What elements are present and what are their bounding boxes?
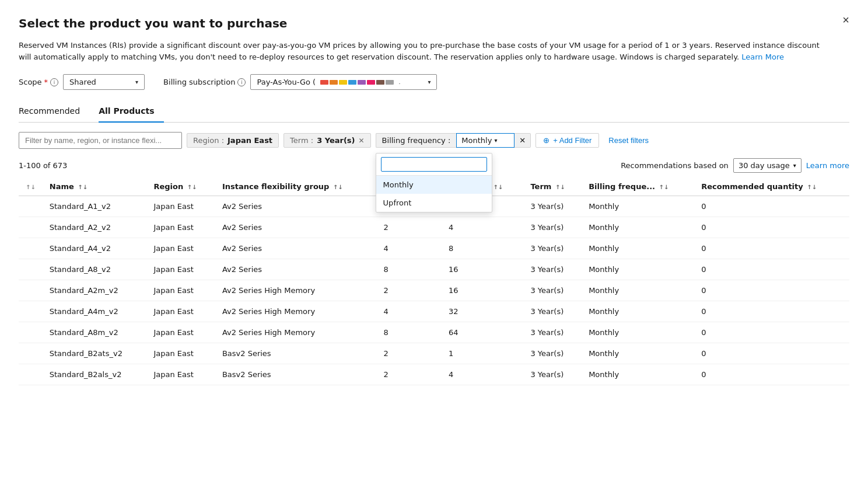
scope-required: * [44,78,48,86]
row-vcpus: 8 [376,259,442,280]
scope-select[interactable]: Shared ▾ [63,74,145,90]
row-checkbox-cell [19,280,43,301]
billing-subscription-select[interactable]: Pay-As-You-Go ( . ▾ [250,74,437,90]
table-row[interactable]: Standard_A4_v2 Japan East Av2 Series 4 8… [19,238,849,259]
tab-recommended[interactable]: Recommended [19,102,89,123]
rec-qty-sort-icon: ↑↓ [807,184,817,190]
billing-freq-filter-wrapper: Billing frequency : Monthly ▾ ✕ Monthly … [376,133,531,148]
row-term: 3 Year(s) [523,238,582,259]
table-row[interactable]: Standard_A4m_v2 Japan East Av2 Series Hi… [19,301,849,322]
billing-sub-label: Billing subscription i [163,78,246,86]
row-name: Standard_A4_v2 [43,238,147,259]
term-filter-tag[interactable]: Term : 3 Year(s) ✕ [284,133,371,148]
table-row[interactable]: Standard_A8m_v2 Japan East Av2 Series Hi… [19,322,849,343]
row-instance-flex: Av2 Series High Memory [215,322,376,343]
row-billing-freq: Monthly [582,238,694,259]
learn-more-link[interactable]: Learn more [806,161,849,170]
row-rec-qty: 0 [694,322,849,343]
row-billing-freq: Monthly [582,343,694,364]
row-checkbox-cell [19,301,43,322]
table-row[interactable]: Standard_A8_v2 Japan East Av2 Series 8 1… [19,259,849,280]
usage-value: 30 day usage [738,161,790,170]
add-filter-label: + Add Filter [553,136,592,145]
th-instance-flex[interactable]: Instance flexibility group ↑↓ [215,177,376,196]
usage-select[interactable]: 30 day usage ▾ [733,158,802,173]
add-filter-button[interactable]: ⊕ + Add Filter [536,133,599,148]
billing-sub-info-icon[interactable]: i [237,78,246,86]
th-term[interactable]: Term ↑↓ [523,177,582,196]
row-rec-qty: 0 [694,301,849,322]
row-term: 3 Year(s) [523,301,582,322]
scope-info-icon[interactable]: i [50,78,58,86]
recommendations-info: Recommendations based on 30 day usage ▾ … [621,158,849,173]
row-checkbox-cell [19,364,43,385]
dialog-title: Select the product you want to purchase [19,16,849,30]
billing-freq-filter-label-btn[interactable]: Billing frequency : [376,133,457,148]
row-region: Japan East [146,259,215,280]
billing-freq-value: Monthly [461,136,492,145]
row-checkbox-cell [19,343,43,364]
region-filter-tag[interactable]: Region : Japan East [187,133,279,148]
row-ram: 16 [442,280,524,301]
row-rec-qty: 0 [694,217,849,238]
billing-freq-close-icon: ✕ [519,136,526,145]
row-billing-freq: Monthly [582,196,694,217]
term-filter-close-icon[interactable]: ✕ [359,137,365,145]
color-block-8 [386,80,394,85]
th-billing-freq[interactable]: Billing freque... ↑↓ [582,177,694,196]
close-button[interactable]: × [838,12,854,28]
row-checkbox-cell [19,217,43,238]
filters-row: Region : Japan East Term : 3 Year(s) ✕ B… [19,132,849,149]
purchase-dialog: × Select the product you want to purchas… [0,0,868,397]
color-block-4 [348,80,356,85]
row-instance-flex: Av2 Series High Memory [215,280,376,301]
row-ram: 32 [442,301,524,322]
th-name[interactable]: Name ↑↓ [43,177,147,196]
table-row[interactable]: Standard_B2ats_v2 Japan East Basv2 Serie… [19,343,849,364]
sort-arrows[interactable]: ↑↓ [26,184,36,190]
row-region: Japan East [146,238,215,259]
billing-freq-chevron-icon: ▾ [494,137,497,144]
table-row[interactable]: Standard_A2m_v2 Japan East Av2 Series Hi… [19,280,849,301]
learn-more-link-desc[interactable]: Learn More [741,53,784,61]
dropdown-search-input[interactable] [381,157,487,172]
row-instance-flex: Basv2 Series [215,364,376,385]
row-instance-flex: Av2 Series High Memory [215,301,376,322]
row-checkbox-cell [19,322,43,343]
row-region: Japan East [146,217,215,238]
tab-all-products[interactable]: All Products [99,102,163,123]
th-region[interactable]: Region ↑↓ [146,177,215,196]
filter-search-input[interactable] [19,132,182,149]
billing-freq-sort-icon: ↑↓ [659,184,669,190]
row-billing-freq: Monthly [582,364,694,385]
term-sort-icon: ↑↓ [555,184,565,190]
billing-subscription-control: Billing subscription i Pay-As-You-Go ( .… [163,74,437,90]
row-term: 3 Year(s) [523,259,582,280]
dropdown-option-upfront[interactable]: Upfront [376,194,492,212]
color-block-6 [367,80,375,85]
color-block-1 [320,80,328,85]
dropdown-option-monthly[interactable]: Monthly [376,176,492,194]
table-row[interactable]: Standard_A2_v2 Japan East Av2 Series 2 4… [19,217,849,238]
row-checkbox-cell [19,238,43,259]
billing-freq-select[interactable]: Monthly ▾ [456,133,514,148]
term-filter-label: Term : [290,136,313,145]
th-rec-qty[interactable]: Recommended quantity ↑↓ [694,177,849,196]
row-rec-qty: 0 [694,280,849,301]
row-rec-qty: 0 [694,196,849,217]
row-name: Standard_A8_v2 [43,259,147,280]
row-instance-flex: Av2 Series [215,196,376,217]
description-body: Reserved VM Instances (RIs) provide a si… [19,41,820,61]
color-block-5 [358,80,366,85]
row-ram: 8 [442,238,524,259]
row-region: Japan East [146,343,215,364]
recommendations-text: Recommendations based on [621,161,729,170]
controls-row: Scope * i Shared ▾ Billing subscription … [19,74,849,90]
name-sort-icon: ↑↓ [78,184,88,190]
billing-freq-close-btn[interactable]: ✕ [514,133,531,148]
dropdown-search-area [376,154,492,176]
reset-filters-button[interactable]: Reset filters [604,134,653,147]
row-region: Japan East [146,364,215,385]
row-name: Standard_A2m_v2 [43,280,147,301]
table-row[interactable]: Standard_B2als_v2 Japan East Basv2 Serie… [19,364,849,385]
